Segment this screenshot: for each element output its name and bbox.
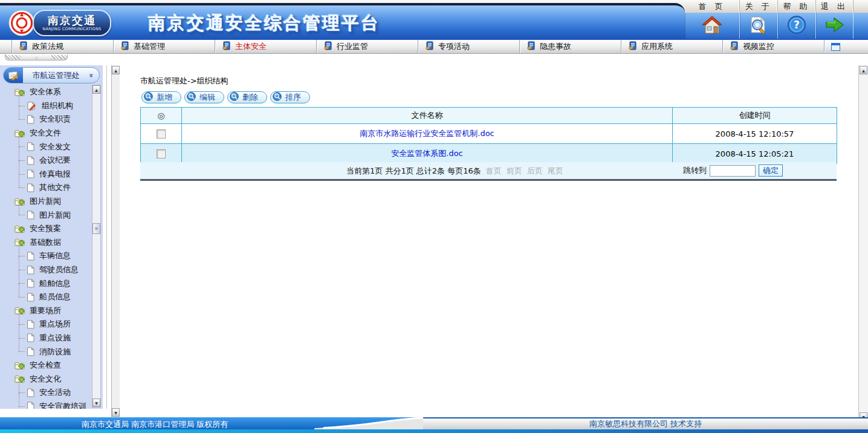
toolbar-button-label: 新增 [157, 92, 172, 103]
tree-item[interactable]: 重点场所 [0, 317, 92, 331]
document-icon [27, 210, 34, 220]
tree-item[interactable]: 重要场所 [0, 304, 92, 318]
folder-icon [15, 238, 25, 247]
menu-doc-icon [425, 41, 434, 52]
tree-item[interactable]: 会议纪要 [0, 154, 92, 168]
svg-text:?: ? [794, 19, 800, 31]
toolbar-add-button[interactable]: 新增 [141, 91, 181, 103]
tree-item[interactable]: 船员信息 [0, 290, 92, 304]
menu-item-label: 行业监管 [337, 41, 368, 52]
pagenav-last[interactable]: 尾页 [548, 166, 563, 177]
tree-item-label: 安全职责 [39, 114, 71, 125]
column-header-filename: 文件名称 [182, 108, 673, 124]
menu-window-cell [824, 40, 868, 53]
jump-label: 跳转到 [683, 165, 707, 176]
quicklink-about-button[interactable] [740, 13, 778, 39]
toolbar-delete-button[interactable]: 删除 [227, 91, 267, 103]
menu-item-policy[interactable]: 政策法规 [11, 40, 113, 53]
file-link[interactable]: 安全监管体系图.doc [391, 149, 463, 158]
scroll-up-icon[interactable]: ▲ [112, 66, 120, 74]
about-icon [748, 15, 769, 37]
quicklink-exit-button[interactable] [816, 13, 853, 39]
quicklink-home-button[interactable] [685, 13, 740, 39]
page-jump: 跳转到 确定 [683, 164, 783, 177]
pagenav-next[interactable]: 后页 [527, 166, 543, 177]
tree-item[interactable]: 重点设施 [0, 331, 92, 345]
quicklink-exit[interactable]: 退 出 [816, 0, 853, 13]
toolbar-sort-button[interactable]: 排序 [270, 91, 310, 103]
row-checkbox[interactable] [157, 149, 166, 158]
table-row: 南京市水路运输行业安全监管机制.doc2008-4-15 12:10:57 [141, 124, 837, 144]
tree-item[interactable]: 安全职责 [0, 112, 92, 126]
quicklink-help[interactable]: 帮 助 [778, 0, 816, 13]
pagenav-first[interactable]: 首页 [486, 166, 502, 177]
table-header-row: ◎ 文件名称 创建时间 [141, 108, 837, 124]
magnifier-icon [144, 92, 154, 103]
menu-item-label: 应用系统 [641, 41, 673, 52]
tree-item[interactable]: 车辆信息 [0, 249, 92, 263]
tree-item[interactable]: 基础数据 [0, 236, 92, 250]
tree-item[interactable]: 安全预案 [0, 222, 92, 236]
tree-item[interactable]: 其他文件 [0, 181, 92, 195]
menu-item-special[interactable]: 专项活动 [418, 40, 519, 53]
menu-item-basic[interactable]: 基础管理 [113, 40, 215, 53]
sidebar-scrollbar[interactable]: ▲ ≡ ▼ [92, 85, 101, 408]
menu-item-video[interactable]: 视频监控 [722, 40, 824, 53]
tree-item-label: 安全预案 [30, 223, 61, 234]
toolbar-edit-button[interactable]: 编辑 [184, 91, 224, 103]
bottom-strip [0, 429, 868, 433]
jump-page-input[interactable] [710, 165, 756, 177]
grip-hatch-left [5, 55, 21, 59]
left-frame-scrollbar[interactable]: ▲ ▼ [111, 65, 120, 417]
quicklink-about[interactable]: 关 于 [740, 0, 778, 13]
pagination-summary: 当前第1页 共分1页 总计2条 每页16条 [346, 166, 481, 177]
tree-item[interactable]: 传真电报 [0, 168, 92, 181]
splitter-line [106, 65, 107, 409]
scrollbar-thumb[interactable]: ≡ [92, 223, 100, 234]
tree-item[interactable]: 安全发文 [0, 140, 92, 154]
nav-tree: 安全体系组织机构安全职责安全文件安全发文会议纪要传真电报其他文件图片新闻图片新闻… [0, 85, 92, 409]
row-checkbox[interactable] [157, 129, 166, 138]
exit-icon [824, 15, 846, 37]
menu-item-apps[interactable]: 应用系统 [621, 40, 722, 53]
menu-item-subject[interactable]: 主体安全 [215, 40, 316, 53]
tree-item[interactable]: 驾驶员信息 [0, 263, 92, 277]
pagenav-prev[interactable]: 前页 [507, 166, 522, 177]
quicklink-home[interactable]: 首 页 [685, 0, 740, 13]
footer-swoosh [314, 417, 423, 429]
scroll-up-icon[interactable]: ▲ [860, 66, 867, 74]
tree-item-label: 安全检查 [30, 360, 61, 371]
quicklink-help-button[interactable]: ? [778, 13, 816, 39]
tree-item[interactable]: 组织机构 [0, 99, 92, 113]
tree-item[interactable]: 安全活动 [0, 386, 92, 400]
confirm-button[interactable]: 确定 [759, 164, 783, 177]
tree-item[interactable]: 安全文件 [0, 126, 92, 140]
tree-item[interactable]: 图片新闻 [0, 208, 92, 222]
department-selector[interactable]: 市航运管理处 » [3, 67, 100, 83]
scroll-up-icon[interactable]: ▲ [92, 85, 100, 94]
chevron-down-icon[interactable]: » [87, 73, 96, 78]
document-icon [27, 279, 34, 288]
tree-item[interactable]: 图片新闻 [0, 195, 92, 209]
tree-item[interactable]: 安全文化 [0, 372, 92, 386]
footer-copyright: 南京市交通局 南京市港口管理局 版权所有 [82, 419, 228, 430]
menu-item-industry[interactable]: 行业监管 [316, 40, 418, 53]
menu-doc-icon [19, 41, 28, 52]
tree-item[interactable]: 安全宣教培训 [0, 400, 92, 409]
tree-item-label: 安全文化 [30, 374, 61, 385]
toolbar: 新增编辑删除排序 [141, 91, 310, 103]
menu-item-hazard[interactable]: 隐患事故 [519, 40, 621, 53]
scroll-down-icon[interactable]: ▼ [92, 399, 100, 407]
page-scrollbar[interactable]: ▲ ▼ [858, 65, 868, 422]
panel-collapse-grip[interactable]: ◇ [5, 54, 68, 60]
menu-doc-icon [730, 41, 739, 52]
tree-item[interactable]: 安全检查 [0, 359, 92, 373]
window-icon[interactable] [831, 43, 840, 51]
tree-item[interactable]: 船舶信息 [0, 276, 92, 290]
scroll-down-icon[interactable]: ▼ [112, 408, 120, 417]
tree-item[interactable]: 消防设施 [0, 345, 92, 359]
checkbox-cell [141, 144, 182, 164]
tree-item[interactable]: 安全体系 [0, 85, 92, 99]
quicklinks-icon-row: ? [685, 13, 868, 39]
file-link[interactable]: 南京市水路运输行业安全监管机制.doc [360, 129, 494, 138]
